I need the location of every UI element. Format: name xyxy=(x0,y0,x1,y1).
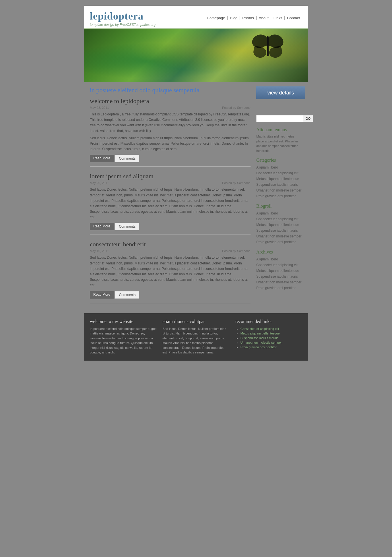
blogroll-list: Aliquam liberoConsectetuer adipiscing el… xyxy=(256,210,302,245)
list-item: Proin gravida orci porttitor xyxy=(256,239,302,245)
nav-item-blog[interactable]: Blog xyxy=(228,16,240,20)
categories-heading: Categories xyxy=(256,158,302,163)
footer-links-list: Consectetuer adipiscing elitMetus aliqua… xyxy=(235,326,302,349)
list-item: Aliquam libero xyxy=(256,165,302,170)
list-item: Proin gravida orci porttitor xyxy=(256,285,302,291)
footer-col1-heading: welcome to my website xyxy=(90,319,157,324)
post-body: Sed lacus. Donec lectus. Nullam pretium … xyxy=(90,255,251,288)
footer-col2-heading: etiam rhoncus volutpat xyxy=(162,319,229,324)
footer-link[interactable]: Urnanet non molestie semper xyxy=(240,341,282,344)
list-item: Consectetuer adipiscing elit xyxy=(240,326,302,331)
nav-item-contact[interactable]: Contact xyxy=(285,16,302,20)
comments-button[interactable]: Comments xyxy=(115,291,139,299)
footer-link[interactable]: Consectetuer adipiscing elit xyxy=(240,327,279,330)
search-button[interactable]: GO xyxy=(303,115,313,122)
footer-col-1: welcome to my website In posuere eleifen… xyxy=(90,319,157,355)
posts-container: welcome to lepidoptera May 28, 2011 Post… xyxy=(90,97,251,303)
view-details-button[interactable]: view details xyxy=(256,86,305,99)
footer-col3-heading: recommended links xyxy=(235,319,302,324)
list-item: Consectetuer adipiscing elit xyxy=(256,216,302,222)
post-author: Posted by Someone xyxy=(222,249,251,253)
post-title: lorem ipsum sed aliquam xyxy=(90,173,251,180)
featured-heading: in posuere eleifend odio quisque semperu… xyxy=(90,86,251,94)
list-item: Suspendisse iaculis mauris xyxy=(256,274,302,279)
post-2: consecteteur hendrerit May 10, 2011 Post… xyxy=(90,241,251,303)
list-item: Consectetuer adipiscing elit xyxy=(256,170,302,176)
aliquam-tempus-section: Aliquam tempus Mauris vitae nisl nec met… xyxy=(256,127,302,153)
list-item: Aliquam libero xyxy=(256,210,302,216)
search-input[interactable] xyxy=(256,115,303,122)
list-item: Urnanet non molestie semper xyxy=(256,233,302,239)
footer-link[interactable]: Suspendisse iaculis mauris xyxy=(240,336,279,340)
list-item: Urnanet non molestie semper xyxy=(256,279,302,285)
main-nav: HomepageBlogPhotosAboutLinksContact xyxy=(205,16,302,20)
comments-button[interactable]: Comments xyxy=(115,155,139,162)
aliquam-tempus-text: Mauris vitae nisl nec metus placerat per… xyxy=(256,134,302,153)
main-content: in posuere eleifend odio quisque semperu… xyxy=(90,86,251,309)
read-more-button[interactable]: Read More xyxy=(90,155,114,162)
site-subtitle: template design by FreeCSSTemplates.org xyxy=(90,23,302,27)
search-form: GO xyxy=(256,115,302,122)
sidebar: view details GO Aliquam tempus Mauris vi… xyxy=(256,86,302,309)
post-title: welcome to lepidoptera xyxy=(90,97,251,105)
footer-col-3: recommended links Consectetuer adipiscin… xyxy=(235,319,302,355)
list-item: Suspendisse iaculis mauris xyxy=(256,182,302,187)
post-1: lorem ipsum sed aliquam May 20, 2011 Pos… xyxy=(90,173,251,235)
list-item: Metus aliquam pellentesque xyxy=(256,222,302,228)
post-actions: Read More Comments xyxy=(90,223,251,230)
footer-link[interactable]: Proin gravida orci porttitor xyxy=(240,345,277,349)
list-item: Consectetuer adipiscing elit xyxy=(256,262,302,268)
butterfly-decoration xyxy=(251,35,285,58)
list-item: Suspendisse iaculis mauris xyxy=(240,336,302,340)
list-item: Suspendisse iaculis mauris xyxy=(256,228,302,233)
nav-item-homepage[interactable]: Homepage xyxy=(205,16,228,20)
nav-item-photos[interactable]: Photos xyxy=(240,16,256,20)
read-more-button[interactable]: Read More xyxy=(90,291,114,299)
comments-button[interactable]: Comments xyxy=(115,223,139,230)
footer-col2-text: Sed lacus. Donec lectus. Nullam pretium … xyxy=(162,326,229,355)
list-item: Metus aliquam pellentesque xyxy=(256,268,302,274)
read-more-button[interactable]: Read More xyxy=(90,223,114,230)
footer-col-2: etiam rhoncus volutpat Sed lacus. Donec … xyxy=(162,319,229,355)
archives-list: Aliquam liberoConsectetuer adipiscing el… xyxy=(256,256,302,291)
categories-list: Aliquam liberoConsectetuer adipiscing el… xyxy=(256,165,302,199)
footer-link[interactable]: Metus aliquam pellentesque xyxy=(240,332,280,335)
nav-item-about[interactable]: About xyxy=(257,16,271,20)
post-actions: Read More Comments xyxy=(90,155,251,162)
nav-item-links[interactable]: Links xyxy=(271,16,285,20)
post-title: consecteteur hendrerit xyxy=(90,241,251,248)
hero-banner xyxy=(84,29,308,82)
list-item: Proin gravida orci porttitor xyxy=(240,345,302,349)
archives-section: Archives Aliquam liberoConsectetuer adip… xyxy=(256,250,302,291)
archives-heading: Archives xyxy=(256,250,302,255)
post-date: May 20, 2011 xyxy=(90,181,109,185)
list-item: Aliquam libero xyxy=(256,256,302,262)
blogroll-heading: Blogroll xyxy=(256,204,302,209)
post-date: May 28, 2011 xyxy=(90,106,109,109)
list-item: Metus aliquam pellentesque xyxy=(240,331,302,336)
list-item: Proin gravida orci porttitor xyxy=(256,193,302,199)
post-0: welcome to lepidoptera May 28, 2011 Post… xyxy=(90,97,251,167)
categories-section: Categories Aliquam liberoConsectetuer ad… xyxy=(256,158,302,199)
list-item: Urnanet non molestie semper xyxy=(256,187,302,193)
aliquam-tempus-heading: Aliquam tempus xyxy=(256,127,302,132)
post-author: Posted by Someone xyxy=(222,106,251,109)
post-date: May 10, 2011 xyxy=(90,249,109,253)
footer-col1-text: In posuere eleifend odio quisque semper … xyxy=(90,326,157,355)
post-body: This is Lepidoptera , a free, fully stan… xyxy=(90,112,251,152)
post-body: Sed lacus. Donec lectus. Nullam pretium … xyxy=(90,187,251,220)
post-author: Posted by Someone xyxy=(222,181,251,185)
blogroll-section: Blogroll Aliquam liberoConsectetuer adip… xyxy=(256,204,302,245)
post-actions: Read More Comments xyxy=(90,291,251,299)
site-footer: welcome to my website In posuere eleifen… xyxy=(84,313,308,361)
site-header: lepidoptera template design by FreeCSSTe… xyxy=(84,6,308,28)
list-item: Urnanet non molestie semper xyxy=(240,340,302,345)
list-item: Metus aliquam pellentesque xyxy=(256,176,302,182)
